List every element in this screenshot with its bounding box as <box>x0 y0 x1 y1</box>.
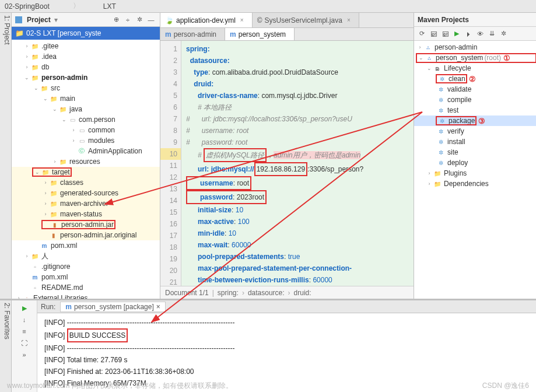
tree-db[interactable]: ›📁db <box>12 62 160 72</box>
maven-person-admin[interactable]: ›⛬person-admin <box>414 42 536 52</box>
folder-icon: 📁 <box>30 63 40 71</box>
maven-verify[interactable]: ✲verify <box>414 126 536 136</box>
maven-lifecycle[interactable]: ⌄🗈Lifecycle <box>414 63 536 74</box>
app-title-left: 02-SpringBoot <box>5 2 50 10</box>
tree-maven-status[interactable]: ›📁maven-status <box>12 209 160 219</box>
cog-icon: ✲ <box>436 106 446 114</box>
tree-pom2[interactable]: mpom.xml <box>12 272 160 282</box>
tree-src[interactable]: ⌄📁src <box>12 83 160 93</box>
execute-icon[interactable]: ⏵ <box>463 29 474 39</box>
left-gutter-tabs[interactable]: 1: Project <box>0 13 12 299</box>
locate-icon[interactable]: ⊕ <box>111 15 121 25</box>
maven-deps[interactable]: ›📁Dependencies <box>414 178 536 189</box>
class-icon: Ⓒ <box>77 147 86 155</box>
stop-icon[interactable]: ≡ <box>19 326 30 337</box>
maven-install[interactable]: ✲install <box>414 136 536 147</box>
close-icon[interactable]: × <box>156 303 160 311</box>
maven-compile[interactable]: ✲compile <box>414 94 536 105</box>
tree-readme[interactable]: ▫README.md <box>12 282 160 293</box>
breadcrumb: Document 1/1 | spring:› datasource:› dru… <box>160 286 414 299</box>
maven-icon: m <box>40 242 49 250</box>
collapse-icon[interactable]: ⇊ <box>486 29 497 39</box>
left-gutter-tabs-bottom[interactable]: 2: Favorites Web <box>0 300 12 392</box>
editor-body[interactable]: 1 2 3 4 5 6 7 8 9 10 11 12 13 14 15 16 1… <box>160 41 414 286</box>
folder-icon: 📁 <box>40 84 49 92</box>
folder-icon: 📁 <box>15 29 24 37</box>
jar-icon: ▮ <box>50 220 59 229</box>
tree-target[interactable]: ⌄📁target <box>12 167 160 177</box>
rerun-icon[interactable]: ↓ <box>19 314 30 325</box>
tree-jar[interactable]: ▮person-admin.jar <box>12 219 160 230</box>
maven-site[interactable]: ✲site <box>414 147 536 158</box>
hide-icon[interactable]: — <box>146 15 156 25</box>
add-icon[interactable]: 🗟 <box>428 29 439 39</box>
maven-toolbar: ⟳ 🗟 🗟 ▶ ⏵ 👁 ⇊ ✲ <box>414 27 536 41</box>
settings-icon[interactable]: ✲ <box>498 29 509 39</box>
maven-package[interactable]: ✲package③ <box>414 116 536 126</box>
settings-icon[interactable]: ✲ <box>134 15 145 25</box>
run-tool-window: 2: Favorites Web ▶ ↓ ≡ ⛶ » Run: mperson_… <box>0 299 536 392</box>
run-tab-package[interactable]: mperson_system [package]× <box>60 302 165 312</box>
tree-modules[interactable]: ›▭modules <box>12 135 160 146</box>
more-icon[interactable]: » <box>19 349 30 360</box>
tree-ext-lib[interactable]: ›⛬External Libraries <box>12 293 160 299</box>
run-icon[interactable]: ▶ <box>451 29 462 39</box>
collapse-icon[interactable]: ÷ <box>122 15 133 25</box>
tree-com-person[interactable]: ⌄▭com.person <box>12 114 160 125</box>
maven-clean[interactable]: ✲clean② <box>414 74 536 84</box>
package-icon: ▭ <box>77 136 86 145</box>
project-header-title: Project <box>27 16 51 24</box>
download-icon[interactable]: 🗟 <box>440 29 450 39</box>
folder-icon: 📁 <box>49 94 58 103</box>
tree-classes[interactable]: ›📁classes <box>12 177 160 188</box>
tree-java[interactable]: ⌄📁java <box>12 104 160 114</box>
project-tab-icon[interactable]: 1: Project <box>3 15 11 299</box>
subtab-person-system[interactable]: mperson_system <box>225 28 295 40</box>
tree-gen-src[interactable]: ›📁generated-sources <box>12 188 160 198</box>
folder-icon: 📁 <box>58 105 68 113</box>
maven-tree[interactable]: ›⛬person-admin ⌄⛬person_system (root)① ⌄… <box>414 41 536 299</box>
tree-admin-app[interactable]: ⒸAdminApplication <box>12 146 160 156</box>
filter-icon[interactable]: ⛶ <box>19 338 30 348</box>
cog-icon: ✲ <box>436 148 446 156</box>
run-icon[interactable]: ▶ <box>19 303 30 313</box>
folder-icon: 📁 <box>433 180 442 188</box>
maven-plugins[interactable]: ›📁Plugins <box>414 168 536 178</box>
tree-jar-orig[interactable]: ▮person-admin.jar.original <box>12 230 160 240</box>
tree-pom1[interactable]: mpom.xml <box>12 240 160 251</box>
console-output[interactable]: [INFO] ---------------------------------… <box>37 313 536 392</box>
project-selection[interactable]: 📁 02-S LXT [person_syste <box>12 27 160 40</box>
project-tree[interactable]: ›📁.gitee ›📁.idea ›📁db ⌄📁person-admin ⌄📁s… <box>12 40 160 299</box>
maven-header: Maven Projects <box>414 13 536 27</box>
tree-maven-arch[interactable]: ›📁maven-archiver <box>12 198 160 209</box>
subtab-person-admin[interactable]: mperson-admin <box>160 28 225 40</box>
maven-validate[interactable]: ✲validate <box>414 84 536 94</box>
jar-icon: ▮ <box>49 231 58 239</box>
refresh-icon[interactable]: ⟳ <box>416 29 427 39</box>
toggle-icon[interactable]: 👁 <box>475 29 485 39</box>
close-icon[interactable]: × <box>240 17 244 23</box>
tree-resources[interactable]: ›📁resources <box>12 156 160 167</box>
cog-icon: ✲ <box>437 75 447 83</box>
tree-common[interactable]: ›▭common <box>12 125 160 135</box>
library-icon: ⛬ <box>22 294 31 299</box>
maven-icon: m <box>30 273 40 281</box>
file-icon: ▫ <box>30 262 40 271</box>
close-icon[interactable]: × <box>347 17 351 23</box>
code-view[interactable]: spring: datasource: type: com.alibaba.dr… <box>181 41 414 286</box>
tab-application-dev[interactable]: 🍃application-dev.yml× <box>160 13 253 27</box>
tree-person-hidden[interactable]: ›📁人 <box>12 251 160 261</box>
maven-person-system[interactable]: ⌄⛬person_system (root)① <box>414 52 536 63</box>
maven-icon: m <box>65 303 72 311</box>
tree-idea[interactable]: ›📁.idea <box>12 51 160 62</box>
tab-sysuser[interactable]: ©SysUserServiceImpl.java× <box>253 13 359 27</box>
maven-deploy[interactable]: ✲deploy <box>414 158 536 168</box>
maven-icon: ⛬ <box>425 54 434 62</box>
tree-main[interactable]: ⌄📁main <box>12 93 160 104</box>
project-header: Project ▾ ⊕ ÷ ✲ — <box>12 13 160 27</box>
tree-person-admin[interactable]: ⌄📁person-admin <box>12 72 160 83</box>
tree-gitee[interactable]: ›📁.gitee <box>12 41 160 51</box>
tree-gitignore[interactable]: ▫.gitignore <box>12 261 160 272</box>
line-gutter: 1 2 3 4 5 6 7 8 9 10 11 12 13 14 15 16 1… <box>160 41 181 286</box>
maven-test[interactable]: ✲test <box>414 105 536 116</box>
